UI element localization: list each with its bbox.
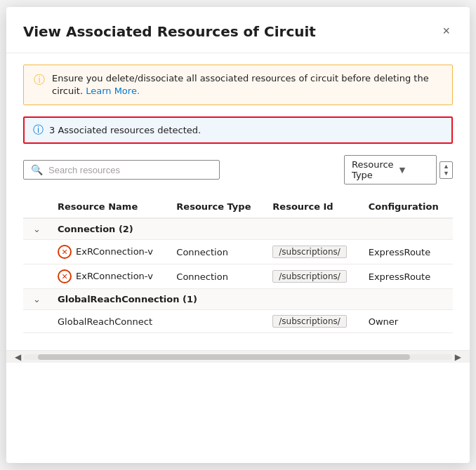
filter-label: Resource Type	[352, 159, 394, 180]
col-configuration: Configuration	[362, 196, 453, 218]
scrollbar-track	[24, 354, 452, 360]
row-type-cell: Connection	[169, 240, 265, 264]
row-id-cell: /subscriptions/	[265, 310, 361, 333]
row-name-cell: ✕ExRConnection-v	[51, 264, 169, 289]
dialog-title: View Associated Resources of Circuit	[23, 23, 316, 40]
sort-down-icon: ▼	[443, 170, 449, 177]
resource-icon: ✕	[58, 245, 72, 259]
scroll-left-arrow[interactable]: ◀	[12, 352, 24, 362]
row-config-cell: ExpressRoute	[362, 264, 453, 289]
horizontal-scrollbar[interactable]: ◀ ▶	[6, 350, 470, 363]
table-row: ✕ExRConnection-v Connection /subscriptio…	[23, 240, 453, 264]
row-id-cell: /subscriptions/	[265, 240, 361, 264]
info-icon: ⓘ	[33, 123, 44, 137]
scrollbar-thumb	[38, 354, 410, 360]
row-type-cell: Connection	[169, 264, 265, 289]
col-resource-id: Resource Id	[265, 196, 361, 218]
resource-icon: ✕	[58, 269, 72, 283]
resource-table: Resource Name Resource Type Resource Id …	[23, 196, 453, 333]
table-container: Resource Name Resource Type Resource Id …	[23, 196, 453, 333]
row-config-cell: ExpressRoute	[362, 240, 453, 264]
table-group-row: ⌄ Connection (2)	[23, 218, 453, 240]
dialog-body: ⓘ Ensure you delete/dissociate all assoc…	[6, 53, 470, 344]
row-expand-cell	[23, 264, 51, 289]
group-expand-cell[interactable]: ⌄	[23, 289, 51, 310]
col-resource-type: Resource Type	[169, 196, 265, 218]
row-expand-cell	[23, 240, 51, 264]
search-input[interactable]	[48, 165, 212, 175]
warning-icon: ⓘ	[34, 73, 45, 88]
search-icon: 🔍	[31, 164, 43, 175]
subscriptions-badge: /subscriptions/	[272, 315, 347, 328]
table-row: ✕ExRConnection-v Connection /subscriptio…	[23, 264, 453, 289]
info-bar: ⓘ 3 Associated resources detected.	[23, 116, 453, 144]
group-name-cell: GlobalReachConnection (1)	[51, 289, 453, 310]
sort-button[interactable]: ▲ ▼	[439, 161, 453, 179]
col-resource-name: Resource Name	[51, 196, 169, 218]
row-expand-cell	[23, 310, 51, 333]
table-row: GlobalReachConnect /subscriptions/ Owner	[23, 310, 453, 333]
chevron-down-icon: ▼	[399, 166, 429, 175]
row-name-cell: ✕ExRConnection-v	[51, 240, 169, 264]
table-header-row: Resource Name Resource Type Resource Id …	[23, 196, 453, 218]
row-type-cell	[169, 310, 265, 333]
scroll-right-arrow[interactable]: ▶	[452, 352, 464, 362]
toolbar: 🔍 Resource Type ▼ ▲ ▼	[23, 155, 453, 184]
table-group-row: ⌄ GlobalReachConnection (1)	[23, 289, 453, 310]
info-text: 3 Associated resources detected.	[49, 125, 201, 135]
dialog: View Associated Resources of Circuit × ⓘ…	[6, 7, 470, 463]
subscriptions-badge: /subscriptions/	[272, 270, 347, 283]
dialog-header: View Associated Resources of Circuit ×	[6, 7, 470, 53]
group-expand-button[interactable]: ⌄	[30, 294, 44, 304]
group-expand-button[interactable]: ⌄	[30, 224, 44, 234]
resource-type-dropdown[interactable]: Resource Type ▼	[344, 155, 437, 184]
warning-text: Ensure you delete/dissociate all associa…	[52, 72, 442, 98]
learn-more-link[interactable]: Learn More.	[86, 86, 140, 96]
col-expand	[23, 196, 51, 218]
close-button[interactable]: ×	[439, 21, 453, 41]
warning-banner: ⓘ Ensure you delete/dissociate all assoc…	[23, 65, 453, 105]
subscriptions-badge: /subscriptions/	[272, 246, 347, 258]
group-name-cell: Connection (2)	[51, 218, 453, 240]
group-expand-cell[interactable]: ⌄	[23, 218, 51, 240]
filter-group: Resource Type ▼ ▲ ▼	[344, 155, 453, 184]
row-id-cell: /subscriptions/	[265, 264, 361, 289]
search-box: 🔍	[23, 160, 220, 180]
row-config-cell: Owner	[362, 310, 453, 333]
sort-up-icon: ▲	[443, 163, 449, 170]
row-name-cell: GlobalReachConnect	[51, 310, 169, 333]
